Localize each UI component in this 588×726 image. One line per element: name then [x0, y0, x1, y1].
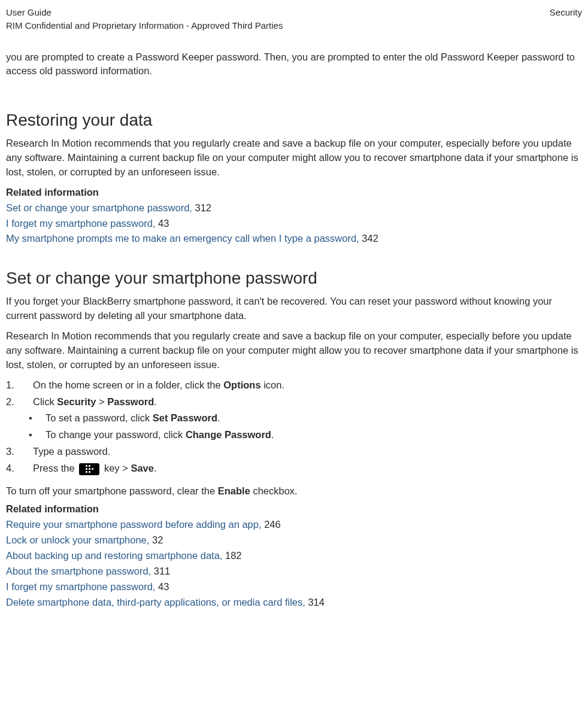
related-link-row: My smartphone prompts me to make an emer… — [6, 232, 582, 246]
step-text: Press the key > Save. — [33, 461, 157, 476]
related-link[interactable]: I forget my smartphone password, — [6, 581, 155, 592]
turnoff-note: To turn off your smartphone password, cl… — [6, 484, 582, 499]
enable-label: Enable — [218, 485, 250, 496]
header-section: Security — [550, 6, 582, 32]
related-link-page: 246 — [264, 519, 281, 530]
options-label: Options — [223, 379, 260, 390]
related-link-page: 32 — [152, 534, 163, 545]
related-link-page: 342 — [362, 233, 378, 244]
related-link-row: I forget my smartphone password, 43 — [6, 580, 582, 594]
related-link-row: Delete smartphone data, third-party appl… — [6, 596, 582, 610]
related-link[interactable]: About the smartphone password, — [6, 566, 151, 576]
step-number: 2. — [6, 395, 33, 409]
related-link[interactable]: Set or change your smartphone password, — [6, 202, 192, 213]
related-link[interactable]: Delete smartphone data, third-party appl… — [6, 597, 305, 607]
step-4: 4. Press the key > Save. — [6, 461, 582, 476]
related-link[interactable]: About backing up and restoring smartphon… — [6, 550, 222, 561]
bullet-text: To change your password, click Change Pa… — [46, 428, 274, 442]
related-link-page: 312 — [195, 202, 212, 213]
bullet-mark: • — [29, 428, 46, 442]
related-link[interactable]: Lock or unlock your smartphone, — [6, 534, 149, 545]
menu-key-icon — [79, 463, 99, 475]
related-info-heading: Related information — [6, 186, 582, 200]
step-text: Click Security > Password. — [33, 395, 157, 409]
setchange-heading: Set or change your smartphone password — [6, 266, 582, 291]
bullet-text: To set a password, click Set Password. — [46, 411, 220, 426]
related-link-page: 182 — [225, 550, 242, 561]
bullet-mark: • — [29, 411, 46, 426]
set-password-label: Set Password — [153, 412, 217, 423]
setchange-para2: Research In Motion recommends that you r… — [6, 329, 582, 372]
step-text: On the home screen or in a folder, click… — [33, 378, 284, 393]
bullet-item: • To change your password, click Change … — [29, 428, 582, 442]
step-1: 1. On the home screen or in a folder, cl… — [6, 378, 582, 393]
bullet-item: • To set a password, click Set Password. — [29, 411, 582, 426]
header-guide: User Guide — [6, 6, 283, 19]
related-info-heading: Related information — [6, 502, 582, 517]
related-link-page: 43 — [158, 581, 169, 592]
related-link-row: About backing up and restoring smartphon… — [6, 549, 582, 563]
related-link[interactable]: Require your smartphone password before … — [6, 519, 262, 530]
setchange-para1: If you forget your BlackBerry smartphone… — [6, 294, 582, 323]
change-password-label: Change Password — [186, 429, 271, 440]
header-confidential: RIM Confidential and Proprietary Informa… — [6, 19, 283, 32]
related-link-row: About the smartphone password, 311 — [6, 564, 582, 579]
step-number: 1. — [6, 378, 33, 393]
step-3: 3. Type a password. — [6, 445, 582, 459]
step-text: Type a password. — [33, 445, 110, 459]
related-link[interactable]: I forget my smartphone password, — [6, 218, 155, 229]
header-left: User Guide RIM Confidential and Propriet… — [6, 6, 283, 32]
restoring-heading: Restoring your data — [6, 108, 582, 133]
step-2: 2. Click Security > Password. — [6, 395, 582, 409]
steps-list: 1. On the home screen or in a folder, cl… — [6, 378, 582, 476]
related-link-page: 43 — [158, 218, 169, 229]
restoring-paragraph: Research In Motion recommends that you r… — [6, 136, 582, 180]
related-link-row: Lock or unlock your smartphone, 32 — [6, 533, 582, 548]
page-header: User Guide RIM Confidential and Propriet… — [6, 6, 582, 32]
related-link-page: 314 — [308, 597, 325, 607]
sub-bullets: • To set a password, click Set Password.… — [29, 411, 582, 442]
related-link-page: 311 — [154, 566, 171, 576]
related-link-row: I forget my smartphone password, 43 — [6, 217, 582, 231]
save-label: Save — [131, 463, 154, 473]
security-label: Security — [57, 396, 96, 407]
step-number: 4. — [6, 461, 33, 476]
intro-paragraph: you are prompted to create a Password Ke… — [6, 50, 582, 79]
related-link-row: Require your smartphone password before … — [6, 518, 582, 532]
step-number: 3. — [6, 445, 33, 459]
related-link[interactable]: My smartphone prompts me to make an emer… — [6, 233, 359, 244]
password-label: Password — [107, 396, 154, 407]
related-link-row: Set or change your smartphone password, … — [6, 201, 582, 215]
